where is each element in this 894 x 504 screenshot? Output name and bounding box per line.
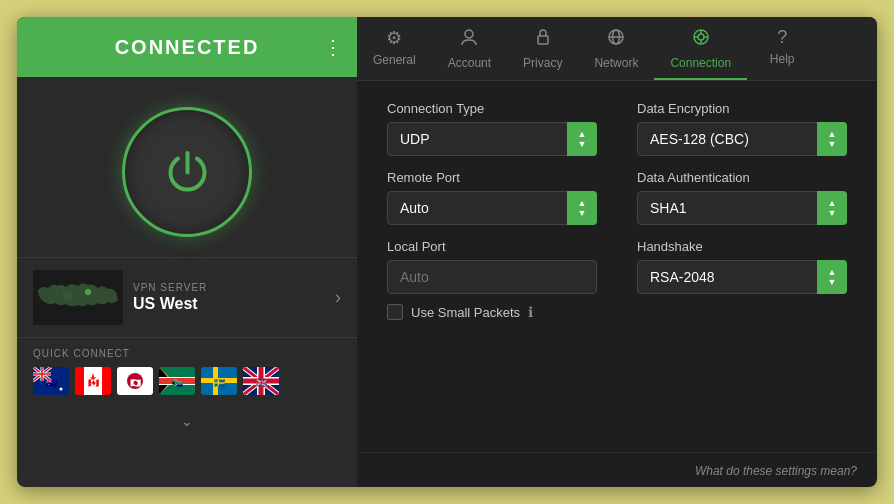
data-encryption-wrapper: AES-128 (CBC) AES-256 (CBC) ▲ ▼ bbox=[637, 122, 847, 156]
network-icon bbox=[606, 27, 626, 52]
info-icon[interactable]: ℹ bbox=[528, 304, 533, 320]
flag-ca[interactable]: 🇨🇦 bbox=[75, 367, 111, 395]
data-auth-label: Data Authentication bbox=[637, 170, 847, 185]
use-small-packets-label: Use Small Packets bbox=[411, 305, 520, 320]
flag-se[interactable]: 🇸🇪 bbox=[201, 367, 237, 395]
remote-port-label: Remote Port bbox=[387, 170, 597, 185]
connection-type-wrapper: UDP TCP ▲ ▼ bbox=[387, 122, 597, 156]
vpn-server-section[interactable]: VPN SERVER US West › bbox=[17, 257, 357, 337]
svg-point-43 bbox=[465, 30, 473, 38]
svg-point-49 bbox=[698, 34, 704, 40]
tab-general-label: General bbox=[373, 53, 416, 67]
data-encryption-group: Data Encryption AES-128 (CBC) AES-256 (C… bbox=[637, 101, 847, 156]
remote-port-select[interactable]: Auto 1194 bbox=[387, 191, 597, 225]
bottom-bar: What do these settings mean? bbox=[357, 452, 877, 487]
tab-connection[interactable]: Connection bbox=[654, 17, 747, 80]
navigate-right-icon: › bbox=[335, 287, 341, 308]
flag-jp[interactable]: 🇯🇵 bbox=[117, 367, 153, 395]
flag-row: 🇦🇺 🇨🇦 bbox=[33, 367, 341, 395]
flag-au[interactable]: 🇦🇺 bbox=[33, 367, 69, 395]
local-port-label: Local Port bbox=[387, 239, 597, 254]
general-icon: ⚙ bbox=[386, 27, 402, 49]
svg-text:🇨🇦: 🇨🇦 bbox=[88, 377, 100, 389]
connected-bar: CONNECTED ⋮ bbox=[17, 17, 357, 77]
power-icon bbox=[160, 145, 215, 200]
tab-privacy-label: Privacy bbox=[523, 56, 562, 70]
flag-gb[interactable]: 🇬🇧 bbox=[243, 367, 279, 395]
handshake-select[interactable]: RSA-2048 RSA-4096 bbox=[637, 260, 847, 294]
vpn-server-name: US West bbox=[133, 295, 335, 313]
svg-rect-17 bbox=[102, 367, 111, 395]
tab-general[interactable]: ⚙ General bbox=[357, 17, 432, 80]
quick-connect-label: QUICK CONNECT bbox=[33, 348, 341, 359]
tab-account[interactable]: Account bbox=[432, 17, 507, 80]
use-small-packets-row: Use Small Packets ℹ bbox=[387, 304, 597, 320]
data-auth-select[interactable]: SHA1 SHA256 bbox=[637, 191, 847, 225]
flag-za[interactable]: 🇿🇦 bbox=[159, 367, 195, 395]
world-map bbox=[33, 270, 123, 325]
more-menu-button[interactable]: ⋮ bbox=[323, 35, 343, 59]
local-port-input[interactable] bbox=[387, 260, 597, 294]
svg-point-1 bbox=[85, 289, 91, 295]
data-encryption-label: Data Encryption bbox=[637, 101, 847, 116]
handshake-label: Handshake bbox=[637, 239, 847, 254]
right-panel: ⚙ General Account Privacy Network bbox=[357, 17, 877, 487]
data-auth-wrapper: SHA1 SHA256 ▲ ▼ bbox=[637, 191, 847, 225]
svg-text:🇸🇪: 🇸🇪 bbox=[214, 377, 226, 389]
vpn-server-label: VPN SERVER bbox=[133, 282, 335, 293]
use-small-packets-checkbox[interactable] bbox=[387, 304, 403, 320]
connection-type-label: Connection Type bbox=[387, 101, 597, 116]
connection-icon bbox=[691, 27, 711, 52]
data-auth-group: Data Authentication SHA1 SHA256 ▲ ▼ bbox=[637, 170, 847, 225]
tab-network[interactable]: Network bbox=[578, 17, 654, 80]
settings-help-link[interactable]: What do these settings mean? bbox=[695, 464, 857, 478]
tab-help-label: Help bbox=[770, 52, 795, 66]
expand-button[interactable]: ⌄ bbox=[17, 405, 357, 437]
handshake-group: Handshake RSA-2048 RSA-4096 ▲ ▼ bbox=[637, 239, 847, 320]
connection-type-group: Connection Type UDP TCP ▲ ▼ bbox=[387, 101, 597, 156]
remote-port-wrapper: Auto 1194 ▲ ▼ bbox=[387, 191, 597, 225]
connected-status: CONNECTED bbox=[115, 36, 260, 59]
svg-text:🇯🇵: 🇯🇵 bbox=[130, 377, 142, 389]
power-button[interactable] bbox=[122, 107, 252, 237]
quick-connect-section: QUICK CONNECT bbox=[17, 337, 357, 405]
local-port-group: Local Port Use Small Packets ℹ bbox=[387, 239, 597, 320]
handshake-wrapper: RSA-2048 RSA-4096 ▲ ▼ bbox=[637, 260, 847, 294]
account-icon bbox=[459, 27, 479, 52]
tab-bar: ⚙ General Account Privacy Network bbox=[357, 17, 877, 81]
vpn-server-info: VPN SERVER US West bbox=[133, 282, 335, 313]
help-icon: ? bbox=[777, 27, 787, 48]
svg-text:🇬🇧: 🇬🇧 bbox=[256, 377, 268, 389]
content-area: Connection Type UDP TCP ▲ ▼ Data Encrypt… bbox=[357, 81, 877, 452]
data-encryption-select[interactable]: AES-128 (CBC) AES-256 (CBC) bbox=[637, 122, 847, 156]
svg-rect-44 bbox=[538, 36, 548, 44]
tab-privacy[interactable]: Privacy bbox=[507, 17, 578, 80]
tab-network-label: Network bbox=[594, 56, 638, 70]
svg-text:🇦🇺: 🇦🇺 bbox=[46, 377, 58, 389]
remote-port-group: Remote Port Auto 1194 ▲ ▼ bbox=[387, 170, 597, 225]
tab-help[interactable]: ? Help bbox=[747, 17, 817, 80]
connection-type-select[interactable]: UDP TCP bbox=[387, 122, 597, 156]
tab-account-label: Account bbox=[448, 56, 491, 70]
svg-rect-15 bbox=[75, 367, 84, 395]
left-panel: CONNECTED ⋮ VPN bbox=[17, 17, 357, 487]
privacy-icon bbox=[533, 27, 553, 52]
tab-connection-label: Connection bbox=[670, 56, 731, 70]
power-section bbox=[17, 77, 357, 257]
svg-text:🇿🇦: 🇿🇦 bbox=[172, 377, 184, 389]
